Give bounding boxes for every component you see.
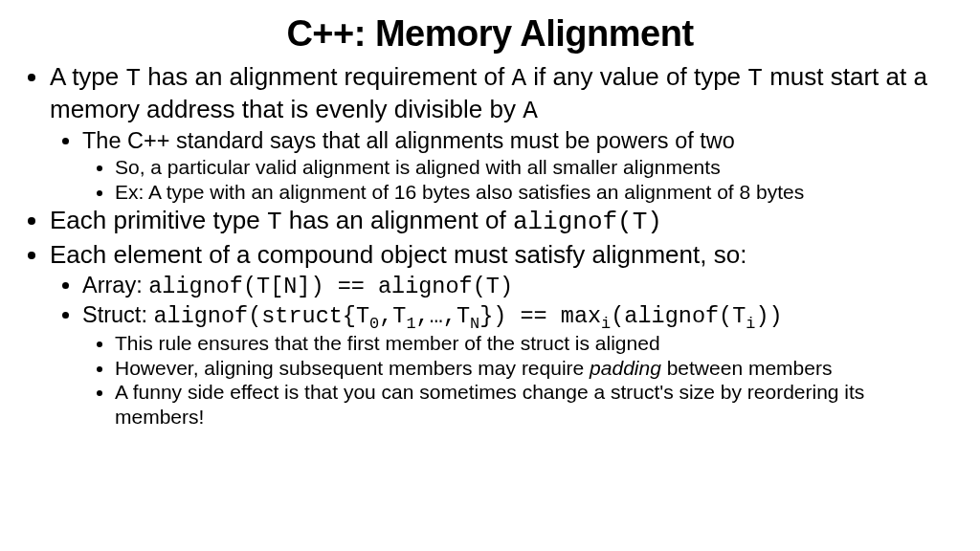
bullet-3-1: Array: alignof(T[N]) == alignof(T) [82, 272, 953, 301]
bullet-3: Each element of a compound object must s… [50, 240, 953, 429]
text: Ex: A type with an alignment of 16 bytes… [115, 181, 804, 203]
bullet-1-1: The C++ standard says that all alignment… [82, 127, 953, 204]
code-inline: A [523, 97, 538, 125]
text: if any value of type [526, 62, 747, 91]
bullet-1: A type T has an alignment requirement of… [50, 62, 953, 204]
text: So, a particular valid alignment is alig… [115, 156, 721, 178]
code-inline: T [747, 64, 763, 93]
text: Array: [82, 273, 148, 298]
bullet-3-2-3: A funny side effect is that you can some… [115, 380, 953, 429]
text: This rule ensures that the first member … [115, 332, 660, 354]
code-inline: T [267, 208, 282, 236]
bullet-1-1-2: Ex: A type with an alignment of 16 bytes… [115, 180, 953, 205]
text: between members [661, 357, 833, 379]
text: has an alignment requirement of [141, 62, 511, 91]
text: The C++ standard says that all alignment… [82, 128, 735, 153]
code-inline: T [126, 64, 142, 93]
bullet-3-2: Struct: alignof(struct{T0,T1,…,TN}) == m… [82, 301, 953, 429]
code-inline: alignof(struct{T0,T1,…,TN}) == maxi(alig… [153, 303, 782, 329]
text: A funny side effect is that you can some… [115, 381, 864, 428]
slide-title: C++: Memory Alignment [27, 13, 953, 55]
code-inline: A [511, 64, 526, 93]
bullet-3-2-2: However, aligning subsequent members may… [115, 356, 953, 381]
bullet-2: Each primitive type T has an alignment o… [50, 206, 953, 238]
italic: padding [590, 357, 661, 379]
bullet-3-2-1: This rule ensures that the first member … [115, 331, 953, 356]
text: However, aligning subsequent members may… [115, 357, 590, 379]
slide: C++: Memory Alignment A type T has an al… [0, 0, 980, 551]
code-inline: alignof(T[N]) == alignof(T) [148, 274, 513, 299]
text: A type [50, 62, 126, 91]
text: Each element of a compound object must s… [50, 240, 746, 269]
text: Each primitive type [50, 206, 267, 234]
code-inline: alignof(T) [513, 208, 662, 236]
bullet-list: A type T has an alignment requirement of… [27, 62, 953, 430]
text: Struct: [82, 302, 153, 327]
text: has an alignment of [281, 206, 512, 234]
bullet-1-1-1: So, a particular valid alignment is alig… [115, 155, 953, 180]
